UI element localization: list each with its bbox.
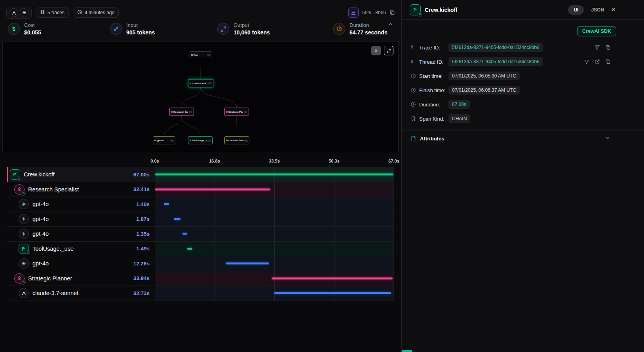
span-bar[interactable] xyxy=(174,218,180,220)
span-track xyxy=(155,227,393,241)
span-label: ToolUsage._use xyxy=(32,246,74,252)
stat-label: Cost xyxy=(24,22,41,28)
span-bar[interactable] xyxy=(164,203,169,205)
row-left: ✳gpt-4o12.26s xyxy=(7,256,155,271)
openai-icon: ✳ xyxy=(19,258,29,269)
crewai-icon xyxy=(10,169,20,180)
span-duration: 1.35s xyxy=(136,231,155,237)
span-track xyxy=(155,212,393,227)
stat-value: 10,060 tokens xyxy=(234,29,270,36)
span-label: gpt-4o xyxy=(32,216,49,222)
stat-duration: Duration64.77 seconds xyxy=(333,22,388,36)
graph-node-claude-3-7-sonnet[interactable]: claude-3.7-sonnet xyxy=(224,136,249,144)
span-bar[interactable] xyxy=(155,174,393,176)
copy-icon[interactable] xyxy=(605,59,611,64)
graph-expand-button[interactable] xyxy=(384,46,393,55)
field-label: Duration: xyxy=(419,102,448,108)
span-bar[interactable] xyxy=(155,188,270,190)
field-start-time: Start time:07/01/2025, 06:05:30 AM UTC xyxy=(410,69,644,83)
row-left: ✳gpt-4o1.35s xyxy=(7,227,155,241)
span-bar[interactable] xyxy=(187,248,192,250)
row-chart xyxy=(155,286,394,301)
status-badge xyxy=(17,176,21,181)
horizontal-scrollbar-thumb[interactable] xyxy=(402,350,412,352)
span-label: Crew.kickoff xyxy=(24,171,55,178)
graph-node-toolusage-use[interactable]: ToolUsage._use xyxy=(188,136,213,144)
timeline-row-crew-kickoff[interactable]: Crew.kickoff67.00s xyxy=(7,167,394,182)
sdk-badge: CrewAI SDK xyxy=(577,26,616,36)
span-label: gpt-4o xyxy=(32,260,49,267)
graph-node-research-specialist[interactable]: Research Specialist xyxy=(169,108,194,116)
node-label: Strategic Planner xyxy=(228,111,243,113)
status-badge xyxy=(25,250,30,255)
span-detail-panel: Crew.kickoff UI JSON ✕ CrewAI SDK #Trace… xyxy=(401,0,644,352)
layers-icon xyxy=(40,9,45,16)
stat-cost: $Cost$0.055 xyxy=(8,22,41,36)
timeline-row-gpt-4o[interactable]: ✳gpt-4o1.35s xyxy=(7,227,394,242)
field-trace-id: #Trace ID:5f2613da-8371-9405-fcdd-0a1534… xyxy=(410,40,644,55)
span-bar[interactable] xyxy=(226,263,269,265)
field-finish-time: Finish time:07/01/2025, 06:06:37 AM UTC xyxy=(410,83,644,97)
crewai-icon xyxy=(410,4,421,15)
topbar-left: ✳ 5 traces 4 minutes ago xyxy=(6,7,119,19)
span-duration: 1.49s xyxy=(136,246,155,252)
node-label: Run xyxy=(194,54,198,56)
clock-icon xyxy=(410,102,417,107)
axis-tick: 33.5s xyxy=(269,159,280,163)
node-icon xyxy=(154,140,156,141)
traces-count-badge[interactable]: 5 traces xyxy=(36,8,69,18)
stat-label: Duration xyxy=(350,22,388,28)
timeline-row-claude-3-7-sonnet[interactable]: claude-3.7-sonnet32.73s xyxy=(7,286,394,301)
span-duration: 1.40s xyxy=(136,201,155,207)
tab-ui[interactable]: UI xyxy=(568,5,584,15)
axis-tick: 67.0s xyxy=(388,159,399,163)
timeline-row-strategic-planner[interactable]: Strategic Planner33.94s xyxy=(7,271,394,286)
attributes-section[interactable]: Attributes xyxy=(402,131,644,146)
tab-json[interactable]: JSON xyxy=(591,7,604,13)
clock-icon xyxy=(77,9,82,16)
chevron-down-icon[interactable] xyxy=(605,135,611,142)
filter-icon[interactable] xyxy=(584,59,589,64)
span-duration: 1.87s xyxy=(136,216,155,222)
field-label: Start time: xyxy=(419,73,448,79)
stat-label: Input xyxy=(126,22,155,28)
timeline-row-gpt-4o[interactable]: ✳gpt-4o1.40s xyxy=(7,197,394,212)
node-duration-chip xyxy=(170,140,174,142)
bookmark-icon xyxy=(410,116,417,121)
external-icon[interactable] xyxy=(595,59,600,64)
graph-node-crew-kickoff[interactable]: Crew.kickoff xyxy=(188,79,213,87)
openai-icon: ✳ xyxy=(20,8,28,17)
close-icon[interactable]: ✕ xyxy=(611,7,616,13)
field-label: Finish time: xyxy=(419,87,448,93)
span-bar[interactable] xyxy=(182,233,187,235)
timeline-row-toolusage-use[interactable]: ToolUsage._use1.49s xyxy=(7,242,394,257)
stat-output: Output10,060 tokens xyxy=(217,22,270,36)
timeline-row-research-specialist[interactable]: Research Specialist32.41s xyxy=(7,182,394,197)
openai-icon: ✳ xyxy=(19,229,29,239)
row-left: Strategic Planner33.94s xyxy=(7,271,155,286)
graph-node-run[interactable]: Run xyxy=(190,51,212,58)
copy-icon[interactable] xyxy=(605,45,611,50)
row-chart xyxy=(155,197,394,212)
axis-tick: 0.0s xyxy=(150,159,159,163)
timeline-row-gpt-4o[interactable]: ✳gpt-4o12.26s xyxy=(7,256,394,271)
row-left: ✳gpt-4o1.87s xyxy=(7,212,155,227)
field-label: Span Kind: xyxy=(419,116,448,122)
waterfall-view-button[interactable] xyxy=(348,8,359,18)
attributes-label: Attributes xyxy=(420,136,444,142)
chevron-up-icon[interactable] xyxy=(388,21,393,28)
span-label: claude-3.7-sonnet xyxy=(32,290,78,296)
span-bar[interactable] xyxy=(272,277,392,279)
panel-header: Crew.kickoff UI JSON ✕ xyxy=(402,0,644,20)
stat-text: Output10,060 tokens xyxy=(234,22,270,36)
agent-icon xyxy=(14,184,25,195)
timeline-row-gpt-4o[interactable]: ✳gpt-4o1.87s xyxy=(7,212,394,227)
copy-trace-id-button[interactable] xyxy=(389,10,395,15)
filter-icon[interactable] xyxy=(595,45,600,50)
graph-node-gpt-4o[interactable]: gpt-4o xyxy=(153,136,175,144)
graph-node-strategic-planner[interactable]: Strategic Planner xyxy=(224,108,249,116)
span-bar[interactable] xyxy=(274,292,391,294)
span-label: gpt-4o xyxy=(32,231,49,237)
span-track xyxy=(155,256,393,271)
graph-close-button[interactable]: ✕ xyxy=(371,46,381,55)
